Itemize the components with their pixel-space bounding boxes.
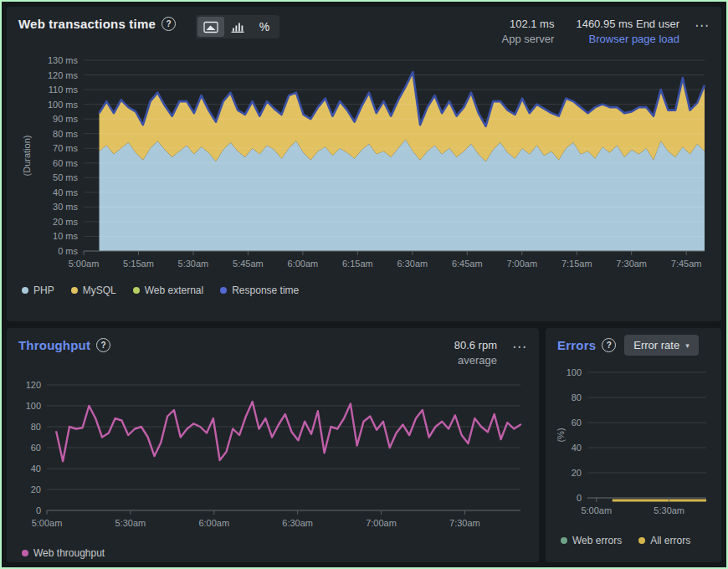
legend-item[interactable]: Web errors xyxy=(561,535,622,546)
svg-text:40: 40 xyxy=(31,464,41,474)
svg-text:20: 20 xyxy=(572,468,582,478)
errors-legend: Web errorsAll errors xyxy=(557,535,710,546)
errors-chart[interactable]: 020406080100(%)5:00am5:30am xyxy=(557,362,710,530)
end-user-value: 1460.95 ms End user xyxy=(576,17,679,32)
throughput-panel: Throughput ? 80.6 rpm average ⋯ 02040608… xyxy=(7,328,539,562)
svg-text:(%): (%) xyxy=(557,428,566,442)
svg-text:80: 80 xyxy=(572,392,582,402)
svg-text:30 ms: 30 ms xyxy=(53,202,78,213)
svg-text:0: 0 xyxy=(577,493,582,503)
chevron-down-icon: ▾ xyxy=(685,341,690,350)
help-icon[interactable]: ? xyxy=(96,338,110,352)
bar-chart-icon xyxy=(230,21,245,33)
average-value: 80.6 rpm xyxy=(454,338,497,353)
browser-page-load-link[interactable]: Browser page load xyxy=(576,32,679,47)
end-user-stat: 1460.95 ms End user Browser page load xyxy=(576,17,679,47)
svg-text:7:00am: 7:00am xyxy=(366,518,397,528)
area-chart-icon xyxy=(203,21,218,33)
legend-label: PHP xyxy=(33,284,54,296)
svg-text:7:30am: 7:30am xyxy=(616,259,647,269)
error-rate-dropdown-label: Error rate xyxy=(633,339,679,351)
svg-text:5:30am: 5:30am xyxy=(178,259,209,269)
legend-dot xyxy=(133,287,140,294)
legend-item[interactable]: PHP xyxy=(22,284,54,296)
svg-text:100 ms: 100 ms xyxy=(48,100,79,110)
chart-type-bar-button[interactable] xyxy=(224,17,251,37)
svg-text:6:30am: 6:30am xyxy=(282,518,313,528)
svg-text:6:45am: 6:45am xyxy=(452,259,483,269)
error-rate-dropdown[interactable]: Error rate ▾ xyxy=(624,335,698,356)
legend-item[interactable]: Web throughput xyxy=(22,547,105,559)
svg-text:40: 40 xyxy=(572,443,582,453)
svg-text:5:00am: 5:00am xyxy=(32,518,63,528)
svg-text:7:45am: 7:45am xyxy=(671,259,702,269)
overflow-menu-button[interactable]: ⋯ xyxy=(695,18,710,33)
panel-header: Errors ? Error rate ▾ xyxy=(557,338,710,356)
svg-text:5:15am: 5:15am xyxy=(123,259,154,269)
web-transactions-chart[interactable]: 0 ms10 ms20 ms30 ms40 ms50 ms60 ms70 ms8… xyxy=(18,54,710,279)
svg-text:60: 60 xyxy=(31,443,41,453)
svg-text:120: 120 xyxy=(26,380,41,390)
overflow-menu-button[interactable]: ⋯ xyxy=(512,340,527,354)
average-stat: 80.6 rpm average xyxy=(454,338,497,368)
app-server-label: App server xyxy=(502,32,555,47)
help-icon[interactable]: ? xyxy=(602,338,616,352)
web-transactions-legend: PHPMySQLWeb externalResponse time xyxy=(18,284,710,296)
svg-text:100: 100 xyxy=(567,367,582,377)
svg-text:60: 60 xyxy=(572,418,582,428)
chart-type-percent-button[interactable]: % xyxy=(251,17,278,37)
header-stats: 102.1 ms App server 1460.95 ms End user … xyxy=(502,17,679,47)
legend-dot xyxy=(561,537,567,544)
throughput-title-link[interactable]: Throughput xyxy=(18,338,90,352)
legend-dot xyxy=(22,550,28,556)
svg-text:5:30am: 5:30am xyxy=(115,518,146,528)
chart-type-area-button[interactable] xyxy=(197,17,224,37)
app-server-stat: 102.1 ms App server xyxy=(502,17,555,47)
svg-text:70 ms: 70 ms xyxy=(53,144,78,154)
svg-text:20 ms: 20 ms xyxy=(53,217,78,227)
svg-text:7:00am: 7:00am xyxy=(506,259,537,269)
svg-text:6:00am: 6:00am xyxy=(288,259,319,269)
legend-label: Web errors xyxy=(572,535,622,546)
panel-title: Web transactions time xyxy=(18,17,156,31)
svg-text:(Duration): (Duration) xyxy=(22,136,32,177)
svg-text:0 ms: 0 ms xyxy=(58,246,78,256)
legend-label: MySQL xyxy=(83,284,116,296)
svg-text:5:00am: 5:00am xyxy=(581,505,612,515)
legend-label: Web throughput xyxy=(33,547,105,559)
percent-icon: % xyxy=(259,20,269,33)
legend-item[interactable]: Response time xyxy=(220,284,299,296)
errors-title-link[interactable]: Errors xyxy=(557,338,596,352)
bottom-row: Throughput ? 80.6 rpm average ⋯ 02040608… xyxy=(7,328,721,562)
legend-dot xyxy=(71,287,78,294)
panel-header: Throughput ? 80.6 rpm average ⋯ xyxy=(18,338,527,368)
svg-text:120 ms: 120 ms xyxy=(48,70,79,80)
legend-item[interactable]: Web external xyxy=(133,284,203,296)
chart-type-toggle: % xyxy=(196,15,279,38)
legend-dot xyxy=(22,287,28,294)
legend-item[interactable]: All errors xyxy=(638,535,690,546)
svg-text:40 ms: 40 ms xyxy=(53,187,78,197)
throughput-chart[interactable]: 0204060801001205:00am5:30am6:00am6:30am7… xyxy=(18,375,527,542)
svg-text:10 ms: 10 ms xyxy=(53,232,78,242)
svg-text:5:30am: 5:30am xyxy=(654,505,684,515)
app-server-value: 102.1 ms xyxy=(502,17,555,32)
help-icon[interactable]: ? xyxy=(161,17,176,31)
legend-label: Web external xyxy=(145,284,203,296)
svg-text:6:30am: 6:30am xyxy=(397,259,428,269)
panel-header: Web transactions time ? % xyxy=(18,17,710,47)
svg-text:20: 20 xyxy=(31,484,41,495)
svg-text:7:15am: 7:15am xyxy=(561,259,592,269)
svg-text:110 ms: 110 ms xyxy=(49,85,79,95)
svg-text:5:45am: 5:45am xyxy=(233,259,264,269)
svg-text:50 ms: 50 ms xyxy=(53,173,78,183)
legend-item[interactable]: MySQL xyxy=(71,284,116,296)
svg-text:5:00am: 5:00am xyxy=(69,259,100,269)
legend-label: All errors xyxy=(650,535,690,546)
svg-text:7:30am: 7:30am xyxy=(449,518,480,528)
svg-text:130 ms: 130 ms xyxy=(48,55,79,65)
svg-text:6:15am: 6:15am xyxy=(342,259,373,269)
errors-panel: Errors ? Error rate ▾ 020406080100(%)5:0… xyxy=(546,328,721,562)
svg-text:80 ms: 80 ms xyxy=(53,129,78,139)
svg-text:80: 80 xyxy=(31,422,41,432)
